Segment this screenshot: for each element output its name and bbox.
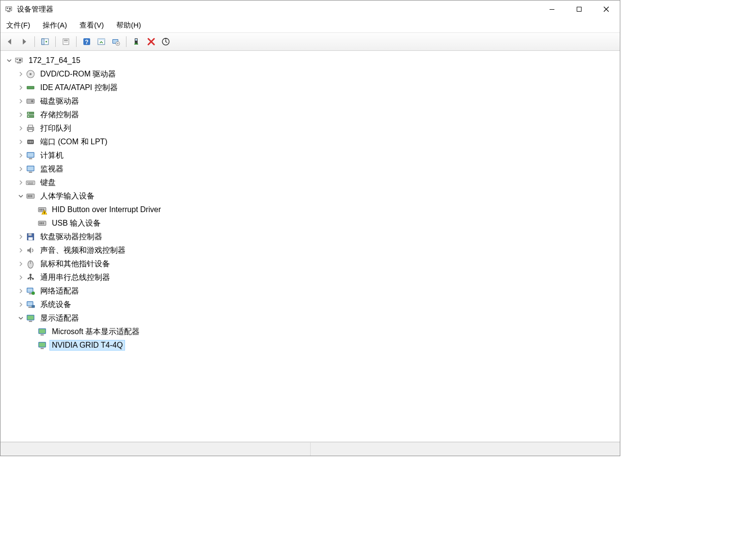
svg-rect-41 (30, 141, 31, 143)
chevron-right-icon[interactable] (17, 124, 25, 132)
chevron-right-icon[interactable] (17, 138, 25, 146)
scan-for-changes-button[interactable] (159, 35, 172, 48)
tree-category[interactable]: 通用串行总线控制器 (5, 271, 620, 284)
tree-root[interactable]: 172_17_64_15 (5, 54, 620, 67)
chevron-right-icon[interactable] (17, 233, 25, 241)
statusbar (0, 442, 620, 456)
chevron-down-icon[interactable] (17, 192, 25, 200)
maximize-button[interactable] (566, 0, 593, 18)
tree-category[interactable]: 软盘驱动器控制器 (5, 230, 620, 244)
svg-rect-44 (27, 153, 33, 157)
minimize-button[interactable] (538, 0, 566, 18)
svg-rect-82 (27, 302, 32, 306)
svg-point-34 (28, 113, 29, 114)
chevron-right-icon[interactable] (17, 165, 25, 173)
tree-category[interactable]: 端口 (COM 和 LPT) (5, 135, 620, 149)
tree-category-label: 声音、视频和游戏控制器 (38, 245, 127, 256)
svg-rect-0 (6, 7, 12, 11)
keyboard-icon (26, 178, 35, 187)
svg-rect-2 (9, 8, 11, 10)
svg-point-35 (28, 116, 29, 117)
svg-rect-40 (29, 141, 30, 143)
scan-button[interactable] (95, 35, 108, 48)
audio-icon (26, 246, 35, 255)
hid-warn-icon: ! (37, 205, 47, 215)
chevron-right-icon[interactable] (17, 260, 25, 268)
tree-category[interactable]: IDE ATA/ATAPI 控制器 (5, 81, 620, 94)
tree-category[interactable]: 声音、视频和游戏控制器 (5, 244, 620, 257)
svg-rect-67 (43, 222, 44, 224)
hid-icon (26, 191, 35, 201)
svg-rect-1 (7, 8, 8, 9)
chevron-right-icon[interactable] (17, 84, 25, 92)
menu-action[interactable]: 操作(A) (41, 20, 69, 31)
svg-rect-57 (30, 195, 31, 197)
update-driver-button[interactable] (110, 35, 122, 48)
chevron-down-icon[interactable] (5, 57, 13, 64)
menubar: 文件(F) 操作(A) 查看(V) 帮助(H) (0, 18, 620, 32)
tree-category[interactable]: 打印队列 (5, 122, 620, 135)
enable-device-button[interactable] (130, 35, 143, 48)
tree-category[interactable]: 鼠标和其他指针设备 (5, 257, 620, 271)
storage-icon (26, 110, 35, 120)
tree-device[interactable]: NVIDIA GRID T4-4Q (5, 338, 620, 352)
chevron-right-icon[interactable] (17, 246, 25, 254)
tree-category-label: DVD/CD-ROM 驱动器 (38, 69, 118, 80)
toolbar-separator (126, 36, 126, 47)
tree-category[interactable]: 系统设备 (5, 298, 620, 311)
back-button[interactable] (3, 35, 16, 48)
menu-help[interactable]: 帮助(H) (114, 20, 143, 31)
chevron-right-icon[interactable] (17, 97, 25, 105)
svg-rect-11 (64, 42, 68, 43)
tree-category[interactable]: DVD/CD-ROM 驱动器 (5, 67, 620, 81)
system-icon (26, 300, 35, 309)
tree-category-label: 键盘 (38, 177, 58, 188)
forward-button[interactable] (18, 35, 31, 48)
chevron-right-icon[interactable] (17, 111, 25, 119)
device-tree[interactable]: 172_17_64_15 DVD/CD-ROM 驱动器IDE ATA/ATAPI… (0, 51, 620, 442)
chevron-right-icon[interactable] (17, 274, 25, 281)
uninstall-button[interactable] (145, 35, 158, 48)
svg-rect-38 (29, 129, 33, 131)
svg-rect-56 (28, 195, 29, 197)
tree-device-label: HID Button over Interrupt Driver (50, 205, 163, 215)
svg-rect-78 (27, 288, 32, 292)
show-hide-button[interactable] (39, 35, 51, 48)
tree-device[interactable]: USB 输入设备 (5, 216, 620, 230)
tree-category-label: 端口 (COM 和 LPT) (38, 137, 110, 148)
help-button[interactable]: ? (80, 35, 93, 48)
tree-category-label: 人体学输入设备 (38, 191, 96, 202)
tree-category[interactable]: 存储控制器 (5, 108, 620, 122)
tree-category[interactable]: 监视器 (5, 162, 620, 176)
chevron-down-icon[interactable] (17, 314, 25, 322)
chevron-right-icon[interactable] (17, 287, 25, 295)
svg-rect-90 (41, 335, 44, 336)
tree-category-label: 磁盘驱动器 (38, 96, 81, 107)
menu-view[interactable]: 查看(V) (78, 20, 106, 31)
properties-button[interactable] (60, 35, 72, 48)
close-button[interactable] (593, 0, 620, 18)
chevron-right-icon[interactable] (17, 301, 25, 308)
tree-category[interactable]: 网络适配器 (5, 284, 620, 298)
tree-category[interactable]: 键盘 (5, 176, 620, 189)
tree-device[interactable]: Microsoft 基本显示适配器 (5, 325, 620, 338)
svg-point-80 (32, 292, 35, 295)
tree-category[interactable]: 人体学输入设备 (5, 189, 620, 203)
chevron-right-icon[interactable] (17, 152, 25, 159)
network-icon (26, 286, 35, 296)
svg-rect-42 (32, 141, 32, 143)
chevron-right-icon[interactable] (17, 179, 25, 186)
toolbar-separator (34, 36, 35, 47)
svg-rect-25 (17, 62, 21, 63)
status-cell (311, 443, 620, 456)
svg-point-31 (31, 100, 33, 102)
svg-rect-10 (64, 41, 68, 42)
tree-category[interactable]: 计算机 (5, 149, 620, 162)
tree-category[interactable]: 显示适配器 (5, 311, 620, 325)
menu-file[interactable]: 文件(F) (4, 20, 32, 31)
tree-device[interactable]: !HID Button over Interrupt Driver (5, 203, 620, 216)
floppy-icon (26, 232, 35, 242)
tree-category[interactable]: 磁盘驱动器 (5, 94, 620, 108)
chevron-right-icon[interactable] (17, 70, 25, 78)
tree-category-label: 存储控制器 (38, 109, 81, 121)
